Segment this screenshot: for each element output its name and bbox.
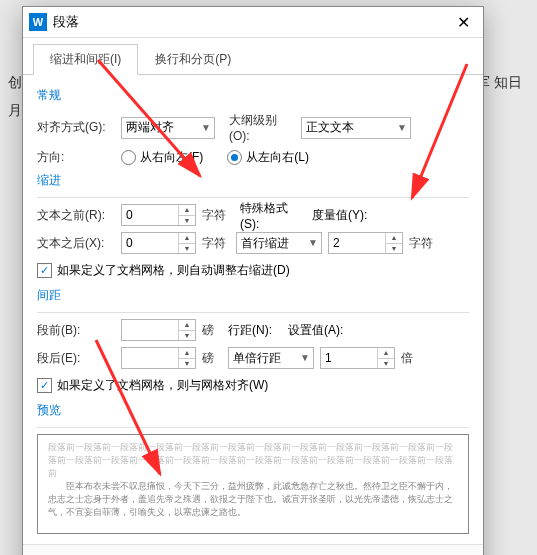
radio-icon — [121, 150, 136, 165]
alignment-value: 两端对齐 — [126, 119, 174, 136]
char-unit: 字符 — [202, 207, 226, 224]
dialog-footer: 制表位(T)... ▷ 操作技巧 确定 取消 — [23, 544, 483, 555]
line-spacing-label: 行距(N): — [228, 322, 282, 339]
spin-up-icon[interactable]: ▲ — [179, 205, 195, 216]
space-after-label: 段后(E): — [37, 350, 115, 367]
snap-to-grid-checkbox[interactable]: 如果定义了文档网格，则与网格对齐(W) — [37, 377, 469, 394]
spin-down-icon[interactable]: ▼ — [179, 244, 195, 254]
spin-up-icon[interactable]: ▲ — [179, 233, 195, 244]
paragraph-dialog: W 段落 ✕ 缩进和间距(I) 换行和分页(P) 常规 对齐方式(G): 两端对… — [22, 6, 484, 555]
set-value-label: 设置值(A): — [288, 322, 346, 339]
space-before-spinner[interactable]: ▲▼ — [121, 319, 196, 341]
preview-sample-text: 臣本布衣未尝不叹息痛恨，今天下三分，益州疲弊，此诚危急存亡之秋也。然待卫之臣不懈… — [48, 480, 458, 519]
char-unit: 字符 — [409, 235, 433, 252]
auto-adjust-indent-label: 如果定义了文档网格，则自动调整右缩进(D) — [57, 262, 290, 279]
set-value-input[interactable] — [321, 348, 377, 368]
checkbox-icon — [37, 378, 52, 393]
titlebar: W 段落 ✕ — [23, 7, 483, 38]
section-indent: 缩进 — [37, 172, 469, 189]
space-after-input[interactable] — [122, 348, 178, 368]
outline-select[interactable]: 正文文本 ▼ — [301, 117, 411, 139]
divider — [37, 312, 469, 313]
radio-label-rtl: 从右向左(F) — [140, 149, 203, 166]
metric-spinner[interactable]: ▲▼ — [328, 232, 403, 254]
metric-input[interactable] — [329, 233, 385, 253]
before-text-input[interactable] — [122, 205, 178, 225]
section-spacing: 间距 — [37, 287, 469, 304]
section-general: 常规 — [37, 87, 469, 104]
special-select[interactable]: 首行缩进 ▼ — [236, 232, 322, 254]
spin-up-icon[interactable]: ▲ — [378, 348, 394, 359]
before-text-label: 文本之前(R): — [37, 207, 115, 224]
spin-up-icon[interactable]: ▲ — [179, 320, 195, 331]
dropdown-icon: ▼ — [300, 352, 310, 363]
app-icon: W — [29, 13, 47, 31]
spin-down-icon[interactable]: ▼ — [179, 331, 195, 341]
before-text-spinner[interactable]: ▲▼ — [121, 204, 196, 226]
spin-down-icon[interactable]: ▼ — [179, 359, 195, 369]
after-text-label: 文本之后(X): — [37, 235, 115, 252]
spin-up-icon[interactable]: ▲ — [179, 348, 195, 359]
checkbox-icon — [37, 263, 52, 278]
section-preview: 预览 — [37, 402, 469, 419]
dialog-title: 段落 — [53, 13, 443, 31]
preview-ghost-text: 段落前一段落前一段落前一段落前一段落前一段落前一段落前一段落前一段落前一段落前一… — [48, 441, 458, 480]
direction-ltr-radio[interactable]: 从左向右(L) — [227, 149, 309, 166]
line-spacing-value: 单倍行距 — [233, 350, 281, 367]
radio-label-ltr: 从左向右(L) — [246, 149, 309, 166]
close-button[interactable]: ✕ — [443, 7, 483, 37]
dropdown-icon: ▼ — [201, 122, 211, 133]
spin-down-icon[interactable]: ▼ — [386, 244, 402, 254]
times-unit: 倍 — [401, 350, 413, 367]
outline-label: 大纲级别(O): — [229, 112, 295, 143]
tab-indent-spacing[interactable]: 缩进和间距(I) — [33, 44, 138, 75]
spin-down-icon[interactable]: ▼ — [378, 359, 394, 369]
spin-up-icon[interactable]: ▲ — [386, 233, 402, 244]
after-text-input[interactable] — [122, 233, 178, 253]
line-spacing-select[interactable]: 单倍行距 ▼ — [228, 347, 314, 369]
outline-value: 正文文本 — [306, 119, 354, 136]
divider — [37, 197, 469, 198]
direction-label: 方向: — [37, 149, 115, 166]
space-before-label: 段前(B): — [37, 322, 115, 339]
alignment-label: 对齐方式(G): — [37, 119, 115, 136]
snap-to-grid-label: 如果定义了文档网格，则与网格对齐(W) — [57, 377, 268, 394]
special-value: 首行缩进 — [241, 235, 289, 252]
auto-adjust-indent-checkbox[interactable]: 如果定义了文档网格，则自动调整右缩进(D) — [37, 262, 469, 279]
after-text-spinner[interactable]: ▲▼ — [121, 232, 196, 254]
tab-bar: 缩进和间距(I) 换行和分页(P) — [23, 38, 483, 75]
dropdown-icon: ▼ — [397, 122, 407, 133]
metric-label: 度量值(Y): — [312, 207, 370, 224]
space-before-input[interactable] — [122, 320, 178, 340]
pt-unit: 磅 — [202, 322, 214, 339]
dropdown-icon: ▼ — [308, 237, 318, 248]
alignment-select[interactable]: 两端对齐 ▼ — [121, 117, 215, 139]
pt-unit: 磅 — [202, 350, 214, 367]
radio-icon — [227, 150, 242, 165]
spin-down-icon[interactable]: ▼ — [179, 216, 195, 226]
divider — [37, 427, 469, 428]
special-label: 特殊格式(S): — [240, 200, 302, 231]
set-value-spinner[interactable]: ▲▼ — [320, 347, 395, 369]
char-unit: 字符 — [202, 235, 226, 252]
space-after-spinner[interactable]: ▲▼ — [121, 347, 196, 369]
direction-rtl-radio[interactable]: 从右向左(F) — [121, 149, 203, 166]
tab-line-page-breaks[interactable]: 换行和分页(P) — [138, 44, 248, 75]
preview-pane: 段落前一段落前一段落前一段落前一段落前一段落前一段落前一段落前一段落前一段落前一… — [37, 434, 469, 534]
